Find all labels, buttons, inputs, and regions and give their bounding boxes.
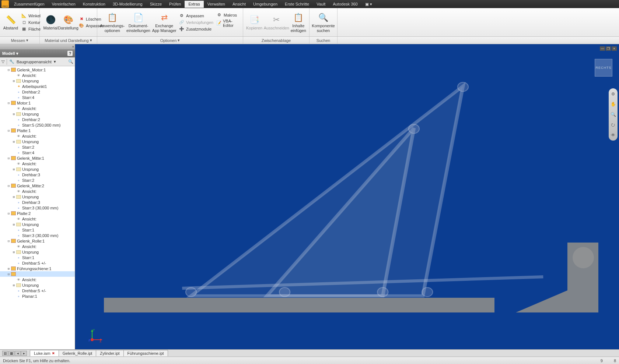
vba-button[interactable]: 📝VBA-Editor xyxy=(215,18,241,28)
tree-item[interactable]: Starr:1 xyxy=(0,255,75,260)
tree-item[interactable]: Starr:3 (30,000 mm) xyxy=(0,205,75,211)
tree-item[interactable]: ⊞Ursprung xyxy=(0,78,75,84)
viewport[interactable]: — ❐ × RECHTS ⊚ ✋ 🔍 ⭮ 👁 xyxy=(75,44,619,349)
tab-tile-icon[interactable]: ▦ xyxy=(8,351,14,356)
doc-tab[interactable]: Zylinder.ipt xyxy=(96,350,123,356)
anwendungsoptionen-button[interactable]: 📋Anwendungs- optionen xyxy=(99,11,125,33)
tree-item[interactable]: Drehbar:5 +/- xyxy=(0,288,75,293)
panel-zwischenablage[interactable]: Zwischenablage xyxy=(243,37,310,44)
kontur-button[interactable]: ◻Kontur xyxy=(20,19,42,26)
tree-item[interactable]: ⊟Gelenk_Mitte:1 xyxy=(0,155,75,161)
expand-icon[interactable]: ⊞ xyxy=(12,195,16,199)
expand-icon[interactable]: ⊞ xyxy=(7,267,11,271)
expand-icon[interactable]: ⊞ xyxy=(12,140,16,144)
expand-icon[interactable]: ⊟ xyxy=(7,156,11,160)
tab-prev-icon[interactable]: ◂ xyxy=(15,351,21,356)
darstellung-button[interactable]: 🎨Darstellung xyxy=(60,13,77,31)
tree-item[interactable]: Planar:1 xyxy=(0,293,75,299)
expand-icon[interactable]: ⊞ xyxy=(12,79,16,83)
close-tab-icon[interactable]: ✖ xyxy=(52,351,55,355)
menu-zusammenfügen[interactable]: Zusammenfügen xyxy=(10,1,48,8)
makros-button[interactable]: ⚙Makros xyxy=(215,12,241,18)
expand-icon[interactable]: ⊟ xyxy=(7,239,11,243)
winkel-button[interactable]: 📐Winkel xyxy=(20,13,42,19)
expand-icon[interactable]: ⊟ xyxy=(7,129,11,132)
help-icon[interactable]: ? xyxy=(67,51,73,56)
tree-item[interactable]: ⊞Ursprung xyxy=(0,166,75,172)
menu-vereinfachen[interactable]: Vereinfachen xyxy=(48,1,79,8)
tree-item[interactable]: Ansicht: xyxy=(0,73,75,78)
filter-icon[interactable]: ▽ xyxy=(1,59,4,64)
assembly-view-label[interactable]: Baugruppenansicht xyxy=(17,60,52,64)
tree-item[interactable]: Drehbar:3 xyxy=(0,199,75,205)
tree-item[interactable]: Ansicht: xyxy=(0,133,75,139)
tree-item[interactable]: ⊟Platte:1 xyxy=(0,128,75,133)
find-icon[interactable]: 🔍 xyxy=(68,59,73,64)
tree-item[interactable]: ⊟Platte:2 xyxy=(0,211,75,216)
tree-item[interactable]: Drehbar:2 xyxy=(0,89,75,95)
tree-item[interactable]: Ansicht: xyxy=(0,106,75,111)
tree-item[interactable]: Ansicht: xyxy=(0,161,75,166)
menu-konstruktion[interactable]: Konstruktion xyxy=(79,1,109,8)
menu-extras[interactable]: Extras xyxy=(185,1,203,8)
doc-tab[interactable]: Luke.iam✖ xyxy=(30,350,59,356)
tree-item[interactable]: Ansicht: xyxy=(0,277,75,282)
menu-prüfen[interactable]: Prüfen xyxy=(165,1,185,8)
expand-icon[interactable]: ⊟ xyxy=(7,184,11,188)
einfuegen-button[interactable]: 📋Inhalte einfügen xyxy=(290,11,307,33)
menu-window-icon[interactable]: ▣ ▾ xyxy=(361,1,376,8)
tree-item[interactable]: ⊞Ursprung xyxy=(0,222,75,227)
tab-next-icon[interactable]: ▸ xyxy=(21,351,27,356)
tree-item[interactable]: ⊞Ursprung xyxy=(0,111,75,117)
panel-material[interactable]: Material und Darstellung ▾ xyxy=(40,37,97,44)
expand-icon[interactable]: ⊞ xyxy=(12,167,16,171)
tree-item[interactable]: ⊞Ursprung xyxy=(0,282,75,288)
tree-item[interactable]: Drehbar:5 +/- xyxy=(0,260,75,266)
material-button[interactable]: 🌑Material xyxy=(42,13,59,31)
tree-item[interactable]: Starr:2 xyxy=(0,144,75,150)
expand-icon[interactable]: ⊞ xyxy=(12,283,16,287)
tree-item[interactable]: ⊞Führungsschiene:1 xyxy=(0,266,75,271)
tree-item[interactable]: Drehbar:2 xyxy=(0,117,75,122)
zusatzmodule-button[interactable]: ➕Zusatzmodule xyxy=(178,26,214,32)
expand-icon[interactable]: ⊞ xyxy=(12,250,16,254)
doc-tab[interactable]: Führungsschiene.ipt xyxy=(123,350,168,356)
abstand-button[interactable]: 📏 Abstand xyxy=(2,13,19,31)
tree-item[interactable]: ⊟Gelenk_Mitte:2 xyxy=(0,183,75,188)
expand-icon[interactable]: ⊟ xyxy=(7,212,11,215)
tree-item[interactable]: ⊞Ursprung xyxy=(0,249,75,255)
dokumenteinstellungen-button[interactable]: 📄Dokument- einstellungen xyxy=(126,11,151,33)
menu-autodesk 360[interactable]: Autodesk 360 xyxy=(329,1,361,8)
menu-ansicht[interactable]: Ansicht xyxy=(229,1,249,8)
tree-item[interactable]: ⊞Ursprung xyxy=(0,194,75,199)
panel-optionen[interactable]: Optionen ▾ xyxy=(97,37,243,44)
model-tree[interactable]: ⊟Gelenk_Motor:1Ansicht:⊞UrsprungArbeitsp… xyxy=(0,66,75,349)
menu-vault[interactable]: Vault xyxy=(313,1,329,8)
tab-list-icon[interactable]: ▥ xyxy=(2,351,8,356)
expand-icon[interactable]: ⊞ xyxy=(12,112,16,116)
menu-3d-modellierung[interactable]: 3D-Modellierung xyxy=(109,1,146,8)
expand-icon[interactable]: ⊟ xyxy=(7,68,11,72)
tree-item[interactable]: ⊟Motor:1 xyxy=(0,100,75,106)
tree-item[interactable]: ⊟Gelenk_Motor:1 xyxy=(0,67,75,73)
tree-item[interactable]: Arbeitspunkt1 xyxy=(0,84,75,89)
tree-item[interactable]: Starr:5 (250,000 mm) xyxy=(0,122,75,128)
tree-item[interactable]: ⊟Gelenk_Rolle:1 xyxy=(0,238,75,244)
tree-item[interactable]: ⊞Ursprung xyxy=(0,139,75,144)
exchange-button[interactable]: ⇄Exchange App Manager xyxy=(151,11,177,33)
panel-messen[interactable]: Messen ▾ xyxy=(0,37,40,44)
anpassen-opt-button[interactable]: ⚙Anpassen xyxy=(178,13,214,19)
flaeche-button[interactable]: ▦Fläche xyxy=(20,26,42,32)
tree-item[interactable]: Ansicht: xyxy=(0,188,75,194)
expand-icon[interactable]: ⊞ xyxy=(12,223,16,226)
tree-item[interactable]: Starr:4 xyxy=(0,95,75,100)
komponente-suchen-button[interactable]: 🔍Komponente suchen xyxy=(312,11,335,33)
tree-item[interactable]: Ansicht: xyxy=(0,244,75,249)
menu-verwalten[interactable]: Verwalten xyxy=(204,1,229,8)
expand-icon[interactable]: ⊟ xyxy=(7,101,11,105)
tree-item[interactable]: Starr:1 xyxy=(0,227,75,233)
panel-suchen[interactable]: Suchen xyxy=(310,37,338,44)
sidebar-dock-header[interactable]: × xyxy=(0,44,75,49)
tree-item[interactable]: Starr:3 (30,000 mm) xyxy=(0,233,75,238)
expand-icon[interactable]: ⊟ xyxy=(7,272,11,276)
